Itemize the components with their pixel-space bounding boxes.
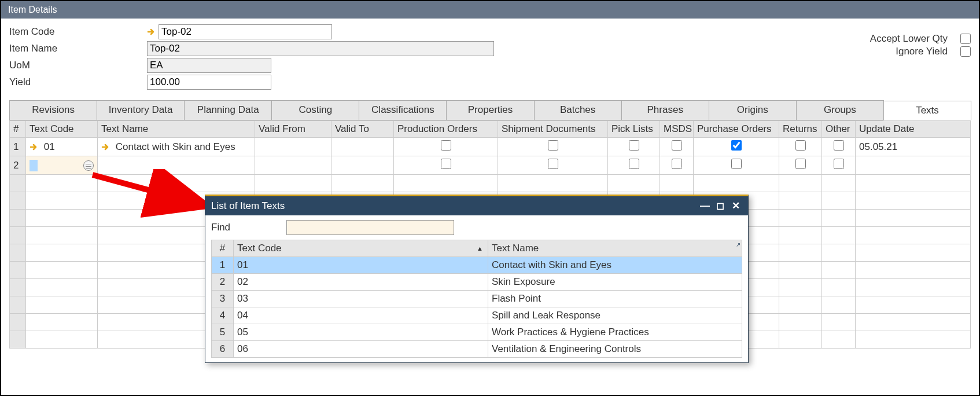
tab-revisions[interactable]: Revisions [9,100,97,120]
grid-checkbox[interactable] [672,159,682,169]
col-header[interactable]: Text Code [26,121,98,138]
grid-checkbox[interactable] [795,140,806,151]
close-icon[interactable]: ✕ [730,200,742,212]
col-header[interactable]: Pick Lists [608,121,660,138]
grid-checkbox[interactable] [629,159,639,169]
dialog-title: List of Item Texts [211,200,285,212]
item-name-input[interactable] [147,41,494,56]
grid-checkbox[interactable] [672,140,682,151]
form-row-item-name: Item Name [9,41,971,56]
grid-checkbox[interactable] [441,159,451,169]
grid-checkbox[interactable] [795,159,806,169]
tab-texts[interactable]: Texts [883,101,971,120]
grid-checkbox[interactable] [834,140,844,151]
text-code-cell: 01 [234,257,488,274]
list-of-item-texts-dialog: List of Item Texts — ◻ ✕ Find # Text Cod… [205,195,749,363]
accept-lower-qty-row: Accept Lower Qty [870,33,971,45]
label-uom: UoM [9,60,147,71]
text-code-cell[interactable] [26,156,98,175]
table-row[interactable]: 2 [10,156,971,175]
text-code-cell: 03 [234,291,488,307]
list-item[interactable]: 303Flash Point [212,291,742,307]
tab-planning-data[interactable]: Planning Data [184,100,272,120]
link-arrow-icon[interactable] [101,142,110,152]
grid-checkbox[interactable] [629,140,639,151]
list-item[interactable]: 606Ventilation & Engineering Controls [212,341,742,358]
ignore-yield-checkbox[interactable] [960,46,971,57]
col-header[interactable]: Valid From [255,121,331,138]
col-header[interactable]: # [10,121,26,138]
update-date-cell [856,156,971,175]
choose-from-list-icon[interactable] [83,160,94,171]
col-header[interactable]: Other [822,121,856,138]
other-cell [822,156,856,175]
text-code-cell[interactable]: 01 [26,138,98,156]
tab-inventory-data[interactable]: Inventory Data [97,100,185,120]
col-header-text-code[interactable]: Text Code▲ [234,240,488,257]
col-header[interactable]: MSDS [660,121,694,138]
grid-checkbox[interactable] [441,140,451,151]
tab-groups[interactable]: Groups [796,100,884,120]
table-row[interactable]: 1 01 Contact with Skin and Eyes05.05.21 [10,138,971,156]
col-header[interactable]: Text Name [98,121,255,138]
find-input[interactable] [286,220,454,235]
label-yield: Yield [9,76,147,88]
col-header[interactable]: Shipment Documents [498,121,608,138]
col-header-text-name[interactable]: Text Name↗ [488,240,742,257]
update-date-cell: 05.05.21 [856,138,971,156]
grid-checkbox[interactable] [548,140,558,151]
row-num: 2 [212,274,234,291]
minimize-icon[interactable]: — [699,200,712,212]
tab-origins[interactable]: Origins [709,100,797,120]
link-arrow-icon[interactable] [147,27,156,36]
row-num: 4 [212,307,234,324]
form-row-yield: Yield [9,75,971,90]
tab-properties[interactable]: Properties [446,100,534,120]
list-item[interactable]: 505Work Practices & Hygiene Practices [212,324,742,341]
tab-batches[interactable]: Batches [534,100,622,120]
grid-checkbox[interactable] [731,140,742,151]
prod-orders-cell [394,156,498,175]
grid-checkbox[interactable] [731,159,742,169]
find-row: Find [211,220,742,235]
grid-checkbox[interactable] [548,159,558,169]
tab-phrases[interactable]: Phrases [621,100,709,120]
list-item[interactable]: 404Spill and Leak Response [212,307,742,324]
expand-icon[interactable]: ↗ [736,241,740,248]
dialog-titlebar[interactable]: List of Item Texts — ◻ ✕ [205,196,748,215]
list-item[interactable]: 101Contact with Skin and Eyes [212,257,742,274]
tab-classifications[interactable]: Classifications [359,100,447,120]
text-name-cell[interactable]: Contact with Skin and Eyes [98,138,255,156]
valid-to-cell[interactable] [331,156,394,175]
returns-cell [779,156,822,175]
valid-from-cell[interactable] [255,156,331,175]
maximize-icon[interactable]: ◻ [714,200,727,212]
list-item[interactable]: 202Skin Exposure [212,274,742,291]
text-code-cell: 06 [234,341,488,358]
other-cell [822,138,856,156]
valid-to-cell[interactable] [331,138,394,156]
sort-asc-icon: ▲ [477,245,483,252]
ship-docs-cell [498,138,608,156]
valid-from-cell[interactable] [255,138,331,156]
msds-cell [660,156,694,175]
text-code-cell: 02 [234,274,488,291]
form-row-item-code: Item Code [9,24,971,39]
text-code-cell: 05 [234,324,488,341]
col-header-num[interactable]: # [212,240,234,257]
row-num: 1 [10,138,26,156]
col-header[interactable]: Returns [779,121,822,138]
item-code-input[interactable] [159,24,332,39]
window-title: Item Details [8,5,57,14]
yield-input[interactable] [147,75,271,90]
col-header[interactable]: Update Date [856,121,971,138]
col-header[interactable]: Purchase Orders [694,121,779,138]
grid-checkbox[interactable] [834,159,844,169]
text-name-cell[interactable] [98,156,255,175]
uom-input[interactable] [147,58,271,73]
col-header[interactable]: Valid To [331,121,394,138]
col-header[interactable]: Production Orders [394,121,498,138]
tab-costing[interactable]: Costing [271,100,359,120]
accept-lower-qty-checkbox[interactable] [960,34,971,44]
link-arrow-icon[interactable] [30,142,39,152]
